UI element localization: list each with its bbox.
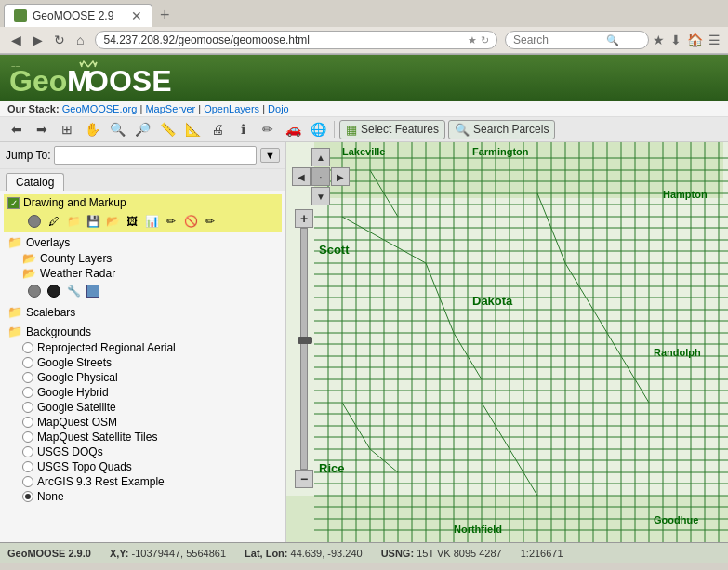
icon-tool-9[interactable]: 🚫	[182, 213, 199, 230]
icon-tool-3[interactable]: 📁	[65, 213, 82, 230]
bg-google-satellite-item[interactable]: Google Satellite	[4, 400, 282, 415]
bookmarks-icon[interactable]: ★	[653, 33, 665, 47]
icon-circle-black-1[interactable]	[46, 283, 62, 299]
stack-link-dojo[interactable]: Dojo	[268, 103, 289, 114]
icon-tool-8[interactable]: ✏	[163, 213, 179, 230]
drawing-markup-checkbox[interactable]: ✓	[7, 197, 20, 209]
icon-tool-5[interactable]: 📂	[104, 213, 121, 230]
bg-mapquest-sat-item[interactable]: MapQuest Satellite Tiles	[4, 430, 282, 444]
icon-tool-10[interactable]: ✏	[202, 213, 218, 230]
catalog-tab[interactable]: Catalog	[6, 173, 64, 191]
tool-zoom-out-button[interactable]: 🔎	[131, 119, 153, 139]
downloads-icon[interactable]: ⬇	[670, 33, 682, 47]
bg-mapquest-osm-radio[interactable]	[22, 417, 33, 428]
bg-none-radio[interactable]	[22, 491, 33, 502]
map-area[interactable]: ▲ ◀ · ▶ ▼ + −	[286, 142, 728, 542]
jump-to-button[interactable]: ▼	[260, 148, 280, 163]
weather-radar-item[interactable]: 📂 Weather Radar	[4, 266, 282, 281]
tool-globe-button[interactable]: 🌐	[307, 119, 329, 139]
icon-image-1[interactable]	[85, 283, 101, 299]
drawing-markup-label: Drawing and Markup	[23, 196, 126, 209]
drawing-markup-header[interactable]: ✓ Drawing and Markup	[4, 194, 282, 211]
tool-pan-button[interactable]: ✋	[81, 119, 103, 139]
bg-google-hybrid-radio[interactable]	[22, 387, 33, 398]
reload-button[interactable]: ↻	[50, 31, 69, 49]
icon-tool-2[interactable]: 🖊	[46, 213, 62, 230]
bg-mapquest-osm-item[interactable]: MapQuest OSM	[4, 415, 282, 430]
bg-google-satellite-radio[interactable]	[22, 402, 33, 413]
select-features-button[interactable]: ▦ Select Features	[339, 120, 445, 139]
home-nav-icon[interactable]: 🏠	[687, 33, 703, 47]
search-bar[interactable]: 🔍	[505, 31, 649, 49]
bg-arcgis-radio[interactable]	[22, 476, 33, 487]
zoom-handle[interactable]	[298, 337, 312, 344]
nav-down-button[interactable]: ▼	[311, 187, 330, 205]
tab-title: GeoMOOSE 2.9	[33, 9, 124, 22]
map-label-dakota: Dakota	[472, 294, 513, 308]
tool-extent-button[interactable]: ⊞	[56, 119, 78, 139]
app-header: Geo M ~~ OOSE	[0, 55, 728, 101]
nav-left-button[interactable]: ◀	[292, 167, 311, 186]
tool-forward-button[interactable]: ➡	[31, 119, 53, 139]
catalog-tab-bar: Catalog	[0, 169, 285, 191]
stack-link-mapserver[interactable]: MapServer	[145, 103, 195, 114]
tool-back-button[interactable]: ⬅	[6, 119, 28, 139]
tool-print-button[interactable]: 🖨	[206, 119, 229, 139]
bg-google-physical-item[interactable]: Google Physical	[4, 370, 282, 385]
tool-car-button[interactable]: 🚗	[282, 119, 304, 139]
icon-tool-1[interactable]	[26, 213, 43, 230]
icon-tool-7[interactable]: 📊	[143, 213, 160, 230]
toolbar: ⬅ ➡ ⊞ ✋ 🔍 🔎 📏 📐 🖨 ℹ ✏ 🚗 🌐 ▦ Select Featu…	[0, 117, 728, 142]
bg-mapquest-sat-radio[interactable]	[22, 431, 33, 443]
bg-mapquest-sat-label: MapQuest Satellite Tiles	[37, 431, 157, 444]
zoom-in-button[interactable]: +	[295, 209, 313, 228]
tab-close-button[interactable]: ✕	[131, 8, 142, 23]
bg-reprojected-item[interactable]: Reprojected Regional Aerial	[4, 340, 282, 355]
scalebars-header[interactable]: 📁 Scalebars	[4, 303, 282, 321]
menu-icon[interactable]: ☰	[708, 33, 721, 47]
search-parcels-button[interactable]: 🔍 Search Parcels	[448, 120, 555, 139]
bg-reprojected-label: Reprojected Regional Aerial	[37, 341, 176, 354]
forward-button[interactable]: ▶	[29, 31, 46, 49]
icon-wrench-1[interactable]: 🔧	[65, 283, 82, 299]
icon-tool-4[interactable]: 💾	[85, 213, 101, 230]
bg-none-item[interactable]: None	[4, 489, 282, 504]
bg-google-physical-radio[interactable]	[22, 372, 33, 383]
icon-tool-6[interactable]: 🖼	[124, 213, 140, 230]
bg-google-streets-item[interactable]: Google Streets	[4, 355, 282, 370]
tool-info-button[interactable]: ℹ	[232, 119, 254, 139]
county-layers-item[interactable]: 📂 County Layers	[4, 251, 282, 266]
zoom-out-button[interactable]: −	[295, 470, 313, 488]
nav-right-button[interactable]: ▶	[331, 167, 350, 186]
bg-usgs-topo-item[interactable]: USGS Topo Quads	[4, 459, 282, 474]
search-input[interactable]	[513, 33, 606, 46]
active-tab[interactable]: GeoMOOSE 2.9 ✕	[4, 4, 152, 27]
stack-link-openlayers[interactable]: OpenLayers	[204, 103, 259, 114]
overlays-header[interactable]: 📁 Overlays	[4, 233, 282, 251]
back-button[interactable]: ◀	[7, 31, 25, 49]
stack-link-geomoose[interactable]: GeoMOOSE.org	[62, 103, 138, 114]
tool-measure-button[interactable]: 📏	[156, 119, 179, 139]
bg-reprojected-radio[interactable]	[22, 342, 33, 353]
home-button[interactable]: ⌂	[73, 31, 87, 49]
bg-arcgis-item[interactable]: ArcGIS 9.3 Rest Example	[4, 474, 282, 489]
bg-usgs-topo-radio[interactable]	[22, 461, 33, 472]
new-tab-button[interactable]: +	[154, 4, 176, 27]
bg-google-hybrid-item[interactable]: Google Hybrid	[4, 385, 282, 400]
refresh-icon[interactable]: ↻	[481, 34, 489, 46]
latlon-label: Lat, Lon:	[245, 548, 287, 559]
scale-value: 1:216671	[521, 548, 563, 559]
nav-center-button[interactable]: ·	[311, 167, 330, 186]
icon-circle-grey-1[interactable]	[26, 283, 43, 299]
jump-to-input[interactable]	[54, 146, 257, 165]
bg-google-streets-radio[interactable]	[22, 357, 33, 368]
address-bar[interactable]: 54.237.208.92/geomoose/geomoose.html ★ ↻	[95, 31, 497, 49]
tool-measure2-button[interactable]: 📐	[181, 119, 204, 139]
backgrounds-header[interactable]: 📁 Backgrounds	[4, 323, 282, 340]
nav-up-button[interactable]: ▲	[311, 148, 330, 166]
tool-edit-button[interactable]: ✏	[257, 119, 279, 139]
tool-zoom-in-button[interactable]: 🔍	[106, 119, 128, 139]
bg-usgs-doqs-item[interactable]: USGS DOQs	[4, 444, 282, 459]
bookmark-star-icon[interactable]: ★	[468, 34, 477, 46]
bg-usgs-doqs-radio[interactable]	[22, 446, 33, 457]
